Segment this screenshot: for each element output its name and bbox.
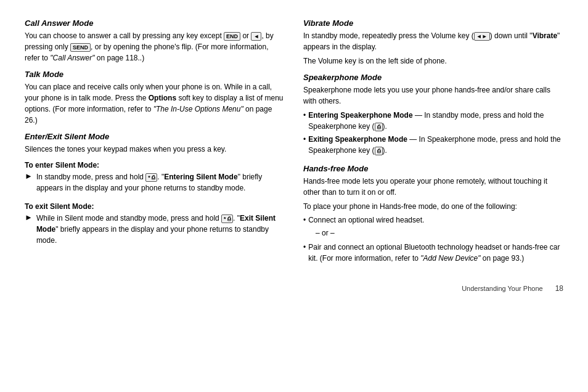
bullet-wired-headset: • Connect an optional wired headset. [303,214,563,226]
section-speakerphone-mode: Speakerphone Mode Speakerphone mode lets… [303,73,563,158]
arrow-icon-exit-silent: ► [25,213,33,246]
section-intro-speakerphone: Speakerphone mode lets you use your phon… [303,84,563,107]
section-body-vibrate-1: In standby mode, repeatedly press the Vo… [303,30,563,52]
section-body2-hands-free: To place your phone in Hands-free mode, … [303,201,563,212]
section-intro-hands-free: Hands-free mode lets you operate your ph… [303,176,563,198]
section-title-talk-mode: Talk Mode [25,70,285,79]
arrow-icon-enter-silent: ► [25,171,33,194]
spk-key-entering: ⎙ [375,123,383,132]
section-enter-silent-mode: To enter Silent Mode: ► In standby mode,… [25,161,285,196]
bullet-text-exiting: Exiting Speakerphone Mode — In Speakerph… [308,134,563,156]
section-title-vibrate: Vibrate Mode [303,18,563,28]
end-key-icon: END [224,32,240,41]
bullet-exiting-speakerphone: • Exiting Speakerphone Mode — In Speaker… [303,134,563,156]
bullet-text-bluetooth: Pair and connect an optional Bluetooth t… [308,242,563,264]
spk-key-exiting: ⎙ [375,147,383,156]
page-layout: Call Answer Mode You can choose to answe… [25,18,563,272]
subtitle-enter-silent: To enter Silent Mode: [25,161,285,169]
footer-page: 18 [555,284,563,293]
exit-silent-body: While in Silent mode and standby mode, p… [36,213,285,246]
bullet-dot-bluetooth: • [303,242,306,264]
subtitle-exit-silent: To exit Silent Mode: [25,202,285,211]
right-column: Vibrate Mode In standby mode, repeatedly… [303,18,563,272]
section-title-speakerphone: Speakerphone Mode [303,73,563,82]
section-title-call-answer: Call Answer Mode [25,18,285,28]
star-hash-key-exit: * ⎙ [221,214,233,224]
send-key-icon: SEND [70,43,91,52]
bullet-text-entering: Entering Speakerphone Mode — In standby … [308,110,563,132]
bullet-dot-exiting: • [303,134,306,156]
section-body-talk-mode: You can place and receive calls only whe… [25,81,285,126]
bullet-dot-wired: • [303,214,306,226]
vol-key-icon: ◄► [474,32,490,41]
bullet-dot-entering: • [303,110,306,132]
enter-silent-body: In standby mode, press and hold * ⎙. "En… [36,171,285,194]
footer-text: Understanding Your Phone [462,285,543,292]
section-body-enter-exit-silent: Silences the tones your keypad makes whe… [25,144,285,155]
section-body-vibrate-2: The Volume key is on the left side of ph… [303,55,563,67]
star-hash-key-enter: * ⎙ [145,173,157,182]
section-call-answer-mode: Call Answer Mode You can choose to answe… [25,18,285,63]
page-footer: Understanding Your Phone 18 [25,272,563,293]
or-separator: – or – [316,227,563,240]
section-exit-silent-mode: To exit Silent Mode: ► While in Silent m… [25,202,285,248]
enter-silent-arrow-item: ► In standby mode, press and hold * ⎙. "… [25,171,285,194]
section-title-enter-exit-silent: Enter/Exit Silent Mode [25,132,285,141]
section-talk-mode: Talk Mode You can place and receive call… [25,70,285,126]
section-body-call-answer: You can choose to answer a call by press… [25,30,285,63]
exit-silent-arrow-item: ► While in Silent mode and standby mode,… [25,213,285,246]
section-enter-exit-silent: Enter/Exit Silent Mode Silences the tone… [25,132,285,155]
section-title-hands-free: Hands-free Mode [303,164,563,173]
back-key-icon: ◄ [251,32,261,41]
bullet-bluetooth: • Pair and connect an optional Bluetooth… [303,242,563,264]
section-vibrate-mode: Vibrate Mode In standby mode, repeatedly… [303,18,563,67]
left-column: Call Answer Mode You can choose to answe… [25,18,285,272]
bullet-text-wired: Connect an optional wired headset. [308,214,424,226]
section-hands-free-mode: Hands-free Mode Hands-free mode lets you… [303,164,563,266]
bullet-entering-speakerphone: • Entering Speakerphone Mode — In standb… [303,110,563,132]
